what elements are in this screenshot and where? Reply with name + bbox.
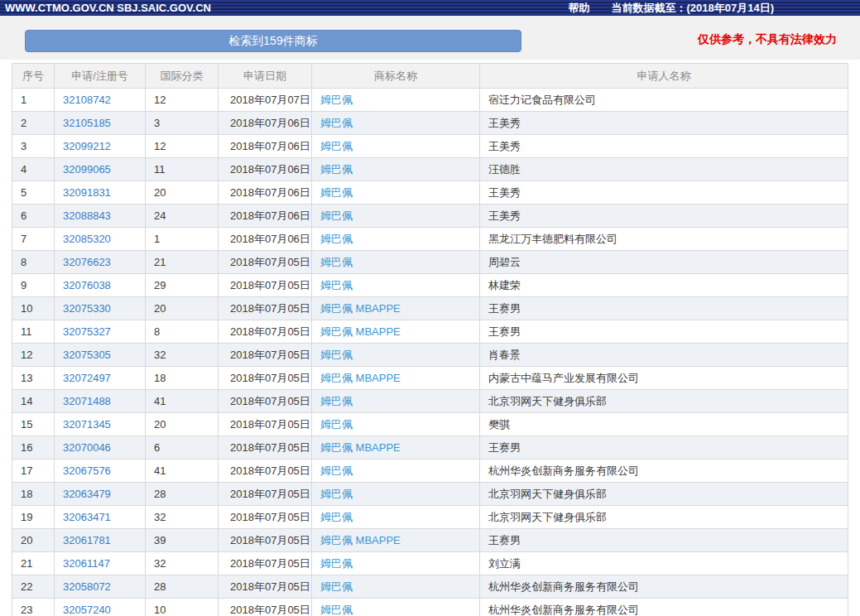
trademark-name-link[interactable]: 姆巴佩 <box>320 604 353 616</box>
intl-class-cell: 32 <box>146 344 219 367</box>
trademark-name-link[interactable]: 姆巴佩 <box>320 117 353 129</box>
trademark-name-link[interactable]: 姆巴佩 MBAPPE <box>320 441 401 454</box>
intl-class-cell: 29 <box>146 274 219 297</box>
application-number-link[interactable]: 32067576 <box>63 464 111 477</box>
application-number-link[interactable]: 32091831 <box>63 186 111 199</box>
application-number-link[interactable]: 32075327 <box>63 325 111 338</box>
application-number-link[interactable]: 32057240 <box>63 604 111 616</box>
application-date-cell: 2018年07月05日 <box>219 297 312 320</box>
application-number-link[interactable]: 32075305 <box>63 349 111 361</box>
trademark-name-link[interactable]: 姆巴佩 <box>320 464 353 477</box>
trademark-name-link[interactable]: 姆巴佩 MBAPPE <box>320 372 401 384</box>
application-number-link[interactable]: 32105185 <box>63 117 111 129</box>
trademark-name-link[interactable]: 姆巴佩 <box>320 140 353 152</box>
serial-number-cell: 15 <box>12 413 55 436</box>
table-row: 5 32091831 20 2018年07月06日 姆巴佩 王美秀 <box>12 181 848 205</box>
trademark-name-link[interactable]: 姆巴佩 <box>320 209 353 222</box>
application-number-link[interactable]: 32075330 <box>63 302 111 315</box>
table-row: 15 32071345 20 2018年07月05日 姆巴佩 樊骐 <box>12 413 848 436</box>
serial-number-cell: 12 <box>12 344 55 367</box>
trademark-name-link[interactable]: 姆巴佩 <box>320 395 353 407</box>
application-number-link[interactable]: 32071345 <box>63 418 111 431</box>
applicant-name-cell: 林建荣 <box>480 274 848 297</box>
table-header-row: 序号申请/注册号国际分类申请日期商标名称申请人名称 <box>12 64 848 89</box>
intl-class-cell: 28 <box>146 483 219 506</box>
table-row: 10 32075330 20 2018年07月05日 姆巴佩 MBAPPE 王赛… <box>12 297 848 320</box>
serial-number-cell: 10 <box>12 297 55 320</box>
application-number-link[interactable]: 32085320 <box>63 233 111 245</box>
trademark-name-link[interactable]: 姆巴佩 <box>320 233 353 245</box>
trademark-name-link[interactable]: 姆巴佩 <box>320 163 353 176</box>
column-header: 国际分类 <box>146 64 219 89</box>
serial-number-cell: 13 <box>12 367 55 390</box>
intl-class-cell: 39 <box>146 529 219 552</box>
application-number-link[interactable]: 32099065 <box>63 163 111 176</box>
application-number-link[interactable]: 32058072 <box>63 580 111 593</box>
table-row: 3 32099212 12 2018年07月06日 姆巴佩 王美秀 <box>12 135 848 158</box>
trademark-name-link[interactable]: 姆巴佩 <box>320 186 353 199</box>
trademark-name-cell: 姆巴佩 <box>312 575 480 599</box>
trademark-name-link[interactable]: 姆巴佩 <box>320 488 353 500</box>
application-number-link[interactable]: 32088843 <box>63 209 111 222</box>
applicant-name-cell: 王赛男 <box>480 529 848 552</box>
application-number-link[interactable]: 32063471 <box>63 511 111 523</box>
intl-class-cell: 11 <box>146 158 219 181</box>
results-table-container: 序号申请/注册号国际分类申请日期商标名称申请人名称 1 32108742 12 … <box>12 63 848 616</box>
applicant-name-cell: 杭州华炎创新商务服务有限公司 <box>480 460 848 483</box>
trademark-name-link[interactable]: 姆巴佩 MBAPPE <box>320 302 401 315</box>
result-count-button[interactable]: 检索到159件商标 <box>25 30 521 52</box>
trademark-name-link[interactable]: 姆巴佩 <box>320 94 353 106</box>
application-number-cell: 32071488 <box>55 390 146 413</box>
trademark-name-link[interactable]: 姆巴佩 <box>320 349 353 361</box>
serial-number-cell: 19 <box>12 506 55 529</box>
application-number-link[interactable]: 32061147 <box>63 557 110 570</box>
applicant-name-cell: 北京羽网天下健身俱乐部 <box>480 483 848 506</box>
trademark-name-cell: 姆巴佩 <box>312 181 480 205</box>
trademark-name-link[interactable]: 姆巴佩 <box>320 418 353 431</box>
trademark-name-cell: 姆巴佩 <box>312 390 480 413</box>
table-row: 4 32099065 11 2018年07月06日 姆巴佩 汪德胜 <box>12 158 848 181</box>
application-number-link[interactable]: 32076038 <box>63 279 111 291</box>
trademark-name-link[interactable]: 姆巴佩 <box>320 580 353 593</box>
serial-number-cell: 17 <box>12 460 55 483</box>
application-number-link[interactable]: 32061781 <box>63 534 111 546</box>
application-number-cell: 32067576 <box>55 460 146 483</box>
application-number-cell: 32075305 <box>55 344 146 367</box>
application-number-cell: 32076038 <box>55 274 146 297</box>
application-number-link[interactable]: 32076623 <box>63 256 111 268</box>
trademark-name-link[interactable]: 姆巴佩 MBAPPE <box>320 325 401 338</box>
application-number-link[interactable]: 32071488 <box>63 395 111 407</box>
application-number-cell: 32091831 <box>55 181 146 205</box>
application-number-cell: 32072497 <box>55 367 146 390</box>
serial-number-cell: 5 <box>12 181 55 205</box>
trademark-name-link[interactable]: 姆巴佩 MBAPPE <box>320 534 401 546</box>
column-header: 申请/注册号 <box>55 64 146 89</box>
result-banner: 检索到159件商标 仅供参考，不具有法律效力 <box>0 16 860 60</box>
help-link[interactable]: 帮助 <box>569 1 590 16</box>
trademark-name-link[interactable]: 姆巴佩 <box>320 557 353 570</box>
intl-class-cell: 20 <box>146 297 219 320</box>
trademark-name-cell: 姆巴佩 <box>312 599 480 616</box>
application-number-link[interactable]: 32108742 <box>63 94 111 106</box>
application-number-cell: 32076623 <box>55 251 146 274</box>
application-number-cell: 32061781 <box>55 529 146 552</box>
serial-number-cell: 2 <box>12 112 55 135</box>
serial-number-cell: 22 <box>12 575 55 599</box>
serial-number-cell: 6 <box>12 205 55 228</box>
application-date-cell: 2018年07月05日 <box>219 460 312 483</box>
application-date-cell: 2018年07月05日 <box>219 344 312 367</box>
trademark-name-link[interactable]: 姆巴佩 <box>320 279 353 291</box>
application-number-cell: 32105185 <box>55 112 146 135</box>
application-number-link[interactable]: 32072497 <box>63 372 111 384</box>
application-number-link[interactable]: 32099212 <box>63 140 111 152</box>
trademark-name-link[interactable]: 姆巴佩 <box>320 511 353 523</box>
application-number-cell: 32075330 <box>55 297 146 320</box>
table-row: 7 32085320 1 2018年07月06日 姆巴佩 黑龙江万丰德肥料有限公… <box>12 228 848 251</box>
table-row: 23 32057240 10 2018年07月05日 姆巴佩 杭州华炎创新商务服… <box>12 599 848 616</box>
serial-number-cell: 16 <box>12 436 55 460</box>
trademark-name-cell: 姆巴佩 <box>312 158 480 181</box>
application-number-link[interactable]: 32063479 <box>63 488 111 500</box>
table-row: 20 32061781 39 2018年07月05日 姆巴佩 MBAPPE 王赛… <box>12 529 848 552</box>
trademark-name-link[interactable]: 姆巴佩 <box>320 256 353 268</box>
application-number-link[interactable]: 32070046 <box>63 441 111 454</box>
